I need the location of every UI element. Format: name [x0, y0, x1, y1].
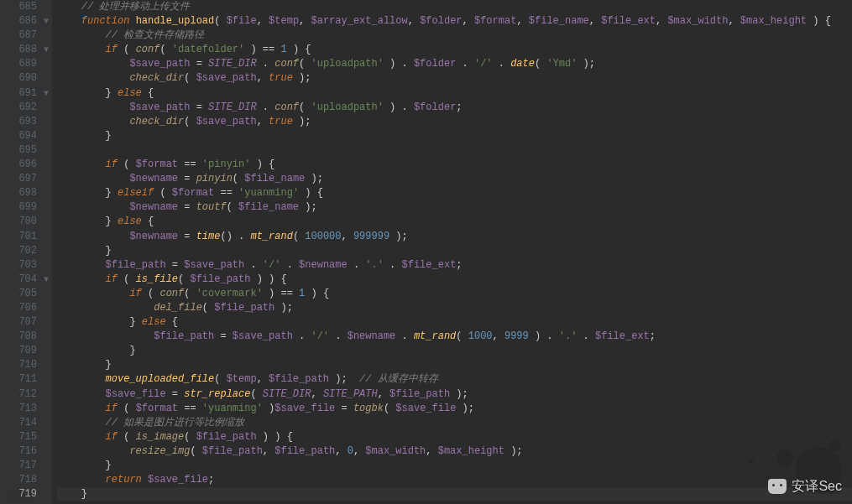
token-p: (	[148, 288, 159, 299]
code-line[interactable]: } elseif ( $format == 'yuanming' ) {	[57, 186, 852, 200]
fold-marker[interactable]: ▼	[40, 273, 52, 287]
token-var: $folder	[414, 101, 456, 113]
code-line[interactable]: if ( conf( 'datefolder' ) == 1 ) {	[57, 43, 852, 57]
token-p: .	[257, 101, 275, 113]
code-line[interactable]: resize_img( $file_path, $file_path, 0, $…	[57, 444, 852, 459]
code-line[interactable]: // 如果是图片进行等比例缩放	[57, 416, 852, 430]
code-line[interactable]: // 处理并移动上传文件	[57, 0, 852, 14]
token-p: .	[293, 330, 311, 342]
token-p	[57, 116, 129, 127]
code-line[interactable]: if ( is_file( $file_path ) ) {	[57, 273, 852, 287]
token-p	[57, 173, 129, 184]
token-p: );	[577, 58, 595, 70]
code-line[interactable]: }	[57, 487, 852, 501]
line-number: 699	[7, 200, 37, 215]
code-line[interactable]: $newname = pinyin( $file_name );	[57, 172, 852, 186]
code-line[interactable]	[57, 143, 852, 158]
code-line[interactable]: check_dir( $save_path, true );	[57, 115, 852, 129]
code-line[interactable]: }	[57, 459, 852, 473]
code-line[interactable]: $newname = toutf( $file_name );	[57, 200, 852, 215]
token-call: conf	[136, 44, 160, 55]
line-number: 707	[7, 315, 37, 330]
token-kw: if	[106, 431, 124, 443]
code-line[interactable]: if ( conf( 'covermark' ) == 1 ) {	[57, 287, 852, 301]
code-line[interactable]: } else {	[57, 86, 852, 101]
token-str: '/'	[311, 330, 329, 342]
line-number: 717	[7, 459, 37, 473]
code-line[interactable]: if ( $format == 'pinyin' ) {	[57, 158, 852, 172]
line-number: 694	[7, 129, 37, 143]
code-line[interactable]: $save_file = str_replace( SITE_DIR, SITE…	[57, 387, 852, 402]
token-p: }	[57, 359, 112, 371]
code-line[interactable]: } else {	[57, 315, 852, 330]
token-p: (	[250, 388, 262, 400]
token-var: $format	[136, 403, 178, 414]
line-number: 685	[7, 0, 37, 14]
token-p	[57, 373, 106, 385]
code-line[interactable]: return $save_file;	[57, 473, 852, 487]
token-p: (	[202, 302, 214, 314]
token-p: =	[335, 403, 353, 414]
code-line[interactable]: $save_path = SITE_DIR . conf( 'uploadpat…	[57, 57, 852, 71]
token-var: $save_path	[196, 116, 257, 127]
code-line[interactable]: function handle_upload( $file, $temp, $a…	[57, 14, 852, 29]
code-line[interactable]: // 检查文件存储路径	[57, 29, 852, 43]
token-p	[57, 288, 129, 299]
code-line[interactable]: del_file( $file_path );	[57, 301, 852, 315]
token-yellow: date	[510, 58, 535, 70]
code-line[interactable]: }	[57, 244, 852, 258]
fold-marker	[40, 416, 52, 430]
code-line[interactable]: } else {	[57, 215, 852, 229]
code-line[interactable]: }	[57, 344, 852, 358]
code-line[interactable]: move_uploaded_file( $temp, $file_path );…	[57, 372, 852, 387]
token-p: ) {	[807, 15, 831, 27]
token-p: (	[535, 58, 546, 70]
fold-marker	[40, 115, 52, 129]
token-p: ) ) {	[257, 431, 293, 443]
token-p: =	[190, 58, 208, 70]
fold-marker[interactable]: ▼	[40, 43, 52, 57]
code-area[interactable]: // 处理并移动上传文件 function handle_upload( $fi…	[52, 0, 852, 504]
token-var: $newname	[129, 173, 178, 184]
line-number: 716	[7, 444, 37, 459]
code-line[interactable]: $save_path = SITE_DIR . conf( 'uploadpat…	[57, 101, 852, 115]
code-line[interactable]: if ( $format == 'yuanming' )$save_file =…	[57, 402, 852, 416]
token-yellow: time	[196, 231, 221, 242]
code-editor[interactable]: 6856866876886896906916926936946956966976…	[0, 0, 852, 504]
line-number: 718	[7, 473, 37, 487]
token-p: }	[57, 345, 136, 356]
token-p: {	[148, 87, 154, 99]
token-p	[129, 15, 135, 27]
line-number: 705	[7, 287, 37, 301]
fold-marker[interactable]: ▼	[40, 86, 52, 101]
code-line[interactable]: $newname = time() . mt_rand( 100000, 999…	[57, 230, 852, 244]
token-str: 'Ymd'	[546, 58, 577, 70]
code-line[interactable]: $file_path = $save_path . '/' . $newname…	[57, 258, 852, 273]
token-kw: if	[106, 158, 124, 170]
token-p: );	[293, 72, 311, 84]
line-number: 689	[7, 57, 37, 71]
code-line[interactable]: }	[57, 129, 852, 143]
token-yellow: str_replace	[184, 388, 250, 400]
line-number: 702	[7, 244, 37, 258]
line-number: 719	[7, 487, 37, 501]
token-p: {	[148, 216, 154, 227]
token-var: $file_name	[244, 173, 305, 184]
token-p: ) .	[384, 101, 414, 113]
code-line[interactable]: if ( is_image( $file_path ) ) {	[57, 430, 852, 444]
token-p: ,	[311, 388, 322, 400]
token-var: $save_path	[196, 72, 257, 84]
code-line[interactable]: check_dir( $save_path, true );	[57, 71, 852, 86]
token-var: $format	[474, 15, 516, 27]
token-kw: elseif	[118, 187, 159, 199]
line-number-gutter: 6856866876886896906916926936946956966976…	[0, 0, 40, 504]
token-str: '.'	[365, 259, 384, 271]
token-var: $file_ext	[402, 259, 457, 271]
fold-marker[interactable]: ▼	[40, 14, 52, 29]
code-line[interactable]: $file_path = $save_path . '/' . $newname…	[57, 330, 852, 344]
fold-column[interactable]: ▼▼▼▼	[40, 0, 52, 504]
token-num: 0	[348, 445, 353, 457]
code-line[interactable]: }	[57, 358, 852, 372]
fold-marker	[40, 71, 52, 86]
token-var: $max_height	[438, 445, 504, 457]
